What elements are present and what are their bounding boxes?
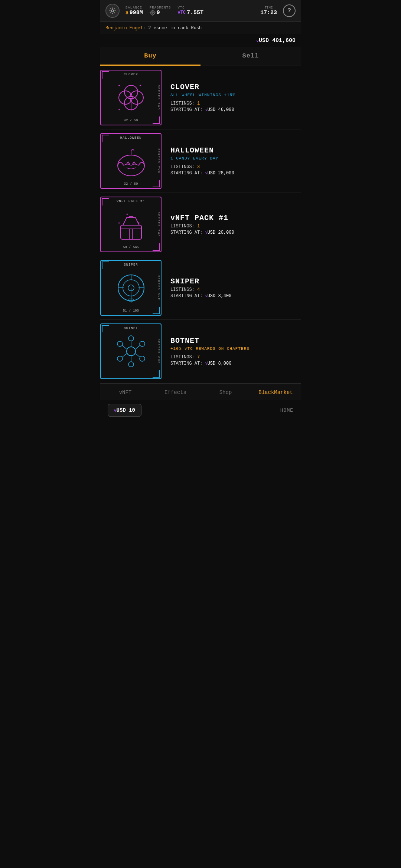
nft-card-clover: CLOVER ✦ ✦ ✦ 42 / 50 (100, 70, 162, 125)
fragments-label: FRAGMENTS (150, 6, 171, 10)
gear-icon (109, 7, 116, 14)
svg-point-33 (140, 356, 145, 361)
nft-card-wrap-halloween: EPIC HALLOWEEN 32 / 50 SERIES TWO (100, 133, 165, 189)
svg-point-35 (128, 362, 134, 367)
svg-text:✦: ✦ (118, 83, 120, 88)
fragments-value: 9 (150, 10, 171, 16)
svg-marker-2 (151, 11, 154, 14)
notification-bar: Benjamin_Engel: 2 esnce in rank Rush (100, 22, 301, 34)
nft-item-vnft-pack[interactable]: EPIC VNFT PACK #1 ★ ★ ★ 58 / 565 SERIES … (100, 193, 301, 256)
svg-line-39 (136, 345, 140, 349)
svg-point-30 (117, 341, 123, 346)
nft-card-botnet: BOTNET (100, 323, 162, 379)
balance-label: BALANCE (125, 6, 143, 10)
nav-item-vnft[interactable]: vNFT (100, 388, 150, 397)
nft-price-vnft-pack: STARTING AT: vUSD 20,000 (170, 230, 297, 235)
nft-price-botnet: STARTING AT: vUSD 8,000 (170, 361, 297, 366)
nft-title-sniper: SNIPER (170, 277, 297, 286)
svg-point-31 (140, 341, 145, 346)
fragment-icon (150, 10, 156, 16)
vtc-stat: vTC vTC 7.55T (177, 6, 203, 16)
nft-card-wrap-vnft-pack: EPIC VNFT PACK #1 ★ ★ ★ 58 / 565 SERIES … (100, 197, 165, 252)
svg-text:✦: ✦ (139, 83, 141, 88)
nft-listings-value-vnft-pack: 1 (197, 224, 200, 229)
nft-info-vnft-pack: vNFT PACK #1 LISTINGS: 1 STARTING AT: vU… (170, 197, 297, 252)
nft-price-halloween: STARTING AT: vUSD 28,000 (170, 171, 297, 176)
nft-item-clover[interactable]: EPIC CLOVER ✦ ✦ ✦ 42 / 50 SERIES TWO CLO… (100, 66, 301, 129)
nft-subtitle-clover: ALL WHEEL WINNINGS +15% (170, 93, 297, 97)
nav-item-blackmarket[interactable]: BlackMarket (251, 388, 301, 397)
nft-card-name-clover: CLOVER (124, 73, 138, 76)
svg-line-38 (122, 345, 127, 349)
bottom-nav: vNFTEffectsShopBlackMarket (100, 383, 301, 400)
svg-text:★: ★ (126, 212, 128, 216)
nft-card-wrap-clover: EPIC CLOVER ✦ ✦ ✦ 42 / 50 SERIES TWO (100, 70, 165, 125)
svg-line-41 (136, 354, 140, 357)
nft-listings-clover: LISTINGS: 1 (170, 101, 297, 106)
vtc-value: vTC 7.55T (177, 10, 203, 16)
svg-rect-15 (121, 225, 141, 239)
vusd-balance: vUSD 401,600 (256, 37, 296, 44)
nft-info-sniper: SNIPER LISTINGS: 4 STARTING AT: vUSD 3,4… (170, 260, 297, 316)
svg-text:★: ★ (118, 221, 120, 225)
nft-art-vnft-pack: ★ ★ ★ (101, 197, 161, 251)
svg-point-34 (128, 336, 134, 341)
settings-button[interactable] (105, 4, 120, 18)
nft-info-halloween: HALLOWEEN 1 CANDY EVERY DAY LISTINGS: 3 … (170, 133, 297, 189)
nft-title-botnet: BOTNET (170, 336, 297, 345)
dollar-icon: $ (125, 10, 128, 16)
nft-listings-botnet: LISTINGS: 7 (170, 355, 297, 360)
nft-card-name-botnet: BOTNET (124, 326, 138, 330)
nft-price-clover: STARTING AT: vUSD 46,000 (170, 107, 297, 112)
svg-marker-13 (127, 162, 130, 164)
help-button[interactable]: ? (283, 4, 296, 17)
svg-point-32 (117, 356, 123, 361)
svg-point-29 (127, 347, 136, 356)
nft-art-sniper (101, 261, 161, 315)
nft-count-sniper: 51 / 100 (123, 309, 139, 313)
time-block: TIME 17:23 (260, 6, 277, 16)
nft-subtitle-halloween: 1 CANDY EVERY DAY (170, 156, 297, 161)
nav-item-shop[interactable]: Shop (200, 388, 251, 397)
tab-bar: Buy Sell (100, 47, 301, 66)
vtc-label: vTC (177, 6, 203, 10)
tab-buy[interactable]: Buy (100, 47, 200, 66)
notification-text: Benjamin_Engel: 2 esnce in rank Rush (105, 26, 202, 31)
nft-item-sniper[interactable]: RARE SNIPER 51 / 100 SERIES ONE SNIPER L… (100, 256, 301, 320)
nft-listings-sniper: LISTINGS: 4 (170, 287, 297, 292)
nft-listings-value-clover: 1 (197, 101, 200, 106)
nft-info-botnet: BOTNET +10% vTC REWARDS ON CHAPTERS LIST… (170, 323, 297, 379)
footer-bar: vUSD 10 HOME (100, 400, 301, 420)
series-label-sniper: SERIES ONE (157, 275, 160, 300)
nft-card-vnft-pack: VNFT PACK #1 ★ ★ ★ 58 / 565 (100, 197, 162, 252)
series-label-vnft-pack: SERIES TWO (157, 212, 160, 237)
nft-listings-halloween: LISTINGS: 3 (170, 164, 297, 170)
footer-vtc-amount[interactable]: vUSD 10 (108, 404, 141, 417)
header-stats: BALANCE $ 998M FRAGMENTS 9 vTC vTC 7.55T (125, 6, 254, 16)
nft-title-clover: CLOVER (170, 83, 297, 91)
nft-item-botnet[interactable]: RARE BOTNET SERIES ONE BOTNET +10% v (100, 320, 301, 383)
nft-count-clover: 42 / 50 (124, 119, 138, 122)
balance-value: $ 998M (125, 10, 143, 16)
nft-list: EPIC CLOVER ✦ ✦ ✦ 42 / 50 SERIES TWO CLO… (100, 66, 301, 383)
nft-card-name-vnft-pack: VNFT PACK #1 (117, 200, 145, 203)
nft-listings-vnft-pack: LISTINGS: 1 (170, 224, 297, 229)
nft-item-halloween[interactable]: EPIC HALLOWEEN 32 / 50 SERIES TWO HALLOW… (100, 129, 301, 193)
nft-title-halloween: HALLOWEEN (170, 146, 297, 155)
series-label-clover: SERIES TWO (157, 85, 160, 110)
notification-user: Benjamin_Engel (105, 26, 143, 31)
tab-sell[interactable]: Sell (200, 47, 301, 66)
nft-listings-value-halloween: 3 (197, 164, 200, 170)
fragments-stat: FRAGMENTS 9 (150, 6, 171, 16)
balance-bar: vUSD 401,600 (100, 34, 301, 47)
header: BALANCE $ 998M FRAGMENTS 9 vTC vTC 7.55T (100, 0, 301, 22)
series-label-botnet: SERIES ONE (157, 339, 160, 364)
nft-info-clover: CLOVER ALL WHEEL WINNINGS +15% LISTINGS:… (170, 70, 297, 125)
balance-stat: BALANCE $ 998M (125, 6, 143, 16)
nft-subtitle-botnet: +10% vTC REWARDS ON CHAPTERS (170, 346, 297, 351)
nft-card-name-sniper: SNIPER (124, 263, 138, 267)
series-label-halloween: SERIES TWO (157, 148, 160, 174)
home-button[interactable]: HOME (280, 408, 293, 413)
vusd-prefix: v (256, 39, 259, 43)
nav-item-effects[interactable]: Effects (150, 388, 200, 397)
